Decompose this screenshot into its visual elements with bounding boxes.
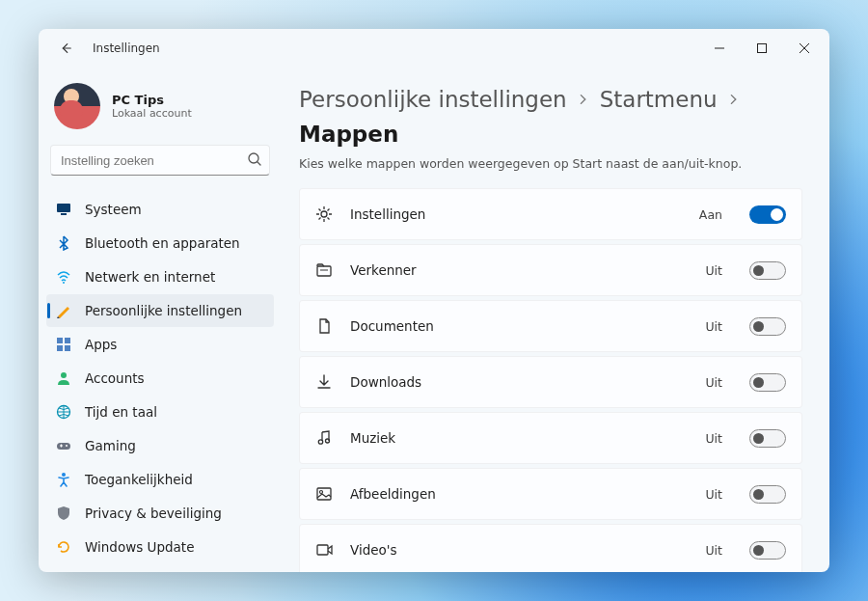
svg-rect-18 (317, 488, 331, 500)
folder-label: Afbeeldingen (350, 486, 688, 502)
wifi-icon (56, 269, 71, 285)
sidebar-item-system[interactable]: Systeem (46, 193, 274, 226)
close-button[interactable] (783, 33, 826, 64)
sidebar-item-gaming[interactable]: Gaming (46, 429, 274, 462)
breadcrumb-startmenu[interactable]: Startmenu (600, 87, 718, 112)
monitor-icon (56, 202, 71, 217)
update-icon (56, 539, 71, 555)
bluetooth-icon (56, 235, 71, 251)
toggle-state-label: Uit (705, 263, 722, 278)
accessibility-icon (56, 472, 71, 487)
svg-rect-8 (65, 345, 70, 351)
sidebar-item-bluetooth[interactable]: Bluetooth en apparaten (46, 227, 274, 260)
globe-icon (56, 404, 71, 420)
svg-point-9 (61, 372, 67, 378)
folder-rows: InstellingenAanVerkennerUitDocumentenUit… (299, 188, 802, 572)
folder-label: Muziek (350, 430, 688, 446)
svg-rect-11 (57, 443, 70, 450)
sidebar-item-label: Tijd en taal (85, 404, 157, 420)
document-icon (315, 317, 333, 335)
download-icon (315, 373, 333, 391)
profile-block[interactable]: PC Tips Lokaal account (46, 77, 274, 145)
svg-rect-5 (57, 338, 63, 343)
toggle-explorer[interactable] (749, 261, 786, 280)
search-icon (247, 151, 262, 167)
sidebar-item-network[interactable]: Netwerk en internet (46, 260, 274, 293)
shield-icon (56, 505, 71, 521)
sidebar-item-label: Systeem (85, 202, 142, 217)
sidebar-item-label: Apps (85, 337, 117, 352)
toggle-pictures[interactable] (749, 485, 786, 504)
sidebar-item-time[interactable]: Tijd en taal (46, 396, 274, 428)
folder-label: Video's (350, 542, 688, 558)
folder-icon (315, 261, 333, 279)
paint-icon (56, 303, 71, 318)
toggle-state-label: Uit (705, 375, 722, 390)
folder-row-explorer: VerkennerUit (299, 244, 802, 296)
video-icon (315, 541, 333, 559)
folder-label: Instellingen (350, 206, 682, 222)
sidebar-item-accessibility[interactable]: Toegankelijkheid (46, 463, 274, 496)
toggle-videos[interactable] (749, 541, 786, 560)
folder-label: Verkenner (350, 262, 688, 278)
svg-point-1 (249, 153, 258, 163)
folder-row-settings: InstellingenAan (299, 188, 802, 240)
folder-label: Documenten (350, 318, 688, 334)
grid-icon (56, 337, 71, 352)
picture-icon (315, 485, 333, 503)
svg-rect-6 (65, 338, 70, 343)
gear-icon (315, 205, 333, 223)
svg-point-12 (66, 445, 68, 447)
toggle-settings[interactable] (749, 205, 786, 224)
sidebar-item-apps[interactable]: Apps (46, 328, 274, 361)
music-icon (315, 429, 333, 447)
folder-label: Downloads (350, 374, 688, 390)
svg-rect-0 (758, 44, 767, 53)
toggle-state-label: Uit (705, 543, 722, 558)
svg-rect-15 (317, 266, 331, 276)
sidebar-item-label: Persoonlijke instellingen (85, 303, 242, 318)
maximize-icon (757, 43, 767, 53)
svg-point-14 (321, 211, 327, 217)
window-controls (698, 33, 826, 64)
svg-rect-2 (57, 204, 70, 212)
titlebar: Instellingen (39, 29, 829, 68)
svg-rect-20 (317, 545, 328, 555)
toggle-state-label: Uit (705, 431, 722, 446)
toggle-music[interactable] (749, 429, 786, 448)
sidebar-item-personalization[interactable]: Persoonlijke instellingen (46, 294, 274, 327)
svg-point-19 (320, 491, 323, 494)
sidebar-item-label: Gaming (85, 438, 136, 453)
breadcrumb-personalization[interactable]: Persoonlijke instellingen (299, 87, 567, 112)
sidebar-item-label: Accounts (85, 370, 145, 386)
sidebar-item-label: Bluetooth en apparaten (85, 235, 240, 251)
toggle-state-label: Uit (705, 487, 722, 502)
settings-window: Instellingen PC Tips Lokaal account Syst… (39, 29, 829, 572)
toggle-state-label: Aan (699, 207, 722, 222)
gamepad-icon (56, 438, 71, 453)
main-panel: Persoonlijke instellingen Startmenu Mapp… (282, 68, 829, 572)
breadcrumb-current: Mappen (299, 122, 398, 147)
minimize-button[interactable] (698, 33, 741, 64)
folder-row-music: MuziekUit (299, 412, 802, 464)
svg-point-13 (62, 473, 66, 477)
sidebar-item-accounts[interactable]: Accounts (46, 362, 274, 395)
back-arrow-icon (59, 41, 72, 55)
toggle-downloads[interactable] (749, 373, 786, 392)
toggle-documents[interactable] (749, 317, 786, 336)
chevron-right-icon (577, 93, 590, 106)
search-input[interactable] (50, 145, 270, 176)
sidebar: PC Tips Lokaal account SysteemBluetooth … (39, 68, 282, 572)
app-title: Instellingen (93, 41, 160, 55)
sidebar-item-label: Windows Update (85, 539, 194, 555)
minimize-icon (715, 43, 724, 53)
sidebar-item-privacy[interactable]: Privacy & beveiliging (46, 497, 274, 530)
sidebar-item-update[interactable]: Windows Update (46, 531, 274, 563)
sidebar-item-label: Privacy & beveiliging (85, 505, 222, 521)
profile-type: Lokaal account (112, 107, 192, 120)
maximize-button[interactable] (741, 33, 783, 64)
back-button[interactable] (52, 35, 79, 62)
svg-rect-3 (61, 213, 67, 215)
close-icon (800, 43, 809, 53)
avatar (54, 83, 100, 129)
